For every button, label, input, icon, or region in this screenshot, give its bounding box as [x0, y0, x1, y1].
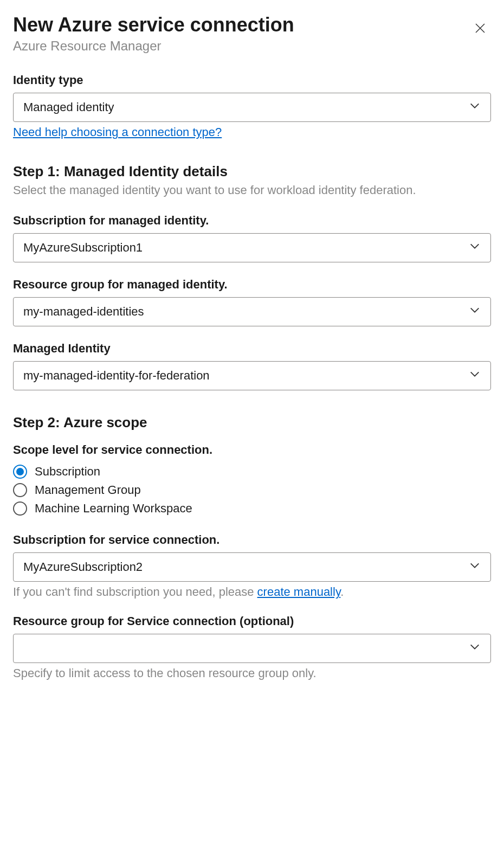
radio-label: Management Group	[35, 483, 141, 497]
chevron-down-icon	[469, 240, 481, 255]
panel-title: New Azure service connection	[13, 13, 469, 36]
header-text: New Azure service connection Azure Resou…	[13, 13, 469, 54]
close-button[interactable]	[469, 17, 491, 41]
hint-text-prefix: If you can't find subscription you need,…	[13, 585, 257, 599]
step1-managed-identity-label: Managed Identity	[13, 342, 491, 356]
radio-option-ml-workspace[interactable]: Machine Learning Workspace	[13, 499, 491, 518]
identity-type-value: Managed identity	[23, 100, 114, 114]
step1-resource-group-value: my-managed-identities	[23, 305, 144, 319]
radio-icon	[13, 501, 27, 516]
step1-resource-group-dropdown[interactable]: my-managed-identities	[13, 297, 491, 326]
chevron-down-icon	[469, 304, 481, 319]
step2-subscription-dropdown[interactable]: MyAzureSubscription2	[13, 552, 491, 582]
identity-type-dropdown[interactable]: Managed identity	[13, 93, 491, 122]
radio-label: Machine Learning Workspace	[35, 501, 192, 516]
step1-subscription-dropdown[interactable]: MyAzureSubscription1	[13, 233, 491, 262]
chevron-down-icon	[469, 559, 481, 575]
help-link[interactable]: Need help choosing a connection type?	[13, 125, 222, 139]
step2-resource-group-hint: Specify to limit access to the chosen re…	[13, 666, 491, 680]
chevron-down-icon	[469, 641, 481, 656]
scope-level-label: Scope level for service connection.	[13, 443, 491, 457]
step1-title: Step 1: Managed Identity details	[13, 163, 491, 180]
step1-resource-group-label: Resource group for managed identity.	[13, 278, 491, 292]
create-manually-link[interactable]: create manually	[257, 585, 341, 599]
step1-managed-identity-dropdown[interactable]: my-managed-identity-for-federation	[13, 361, 491, 390]
radio-icon	[13, 465, 27, 479]
scope-level-radio-group: Subscription Management Group Machine Le…	[13, 462, 491, 518]
step2-resource-group-label: Resource group for Service connection (o…	[13, 614, 491, 628]
radio-option-management-group[interactable]: Management Group	[13, 481, 491, 499]
step1-subscription-value: MyAzureSubscription1	[23, 241, 143, 255]
step2-subscription-label: Subscription for service connection.	[13, 533, 491, 547]
identity-type-label: Identity type	[13, 73, 491, 87]
hint-text-suffix: .	[340, 585, 344, 599]
step2-subscription-hint: If you can't find subscription you need,…	[13, 585, 491, 599]
close-icon	[474, 28, 487, 36]
radio-icon	[13, 483, 27, 497]
radio-option-subscription[interactable]: Subscription	[13, 462, 491, 481]
chevron-down-icon	[469, 100, 481, 115]
step2-resource-group-dropdown[interactable]	[13, 634, 491, 663]
step1-desc: Select the managed identity you want to …	[13, 182, 491, 198]
step1-managed-identity-value: my-managed-identity-for-federation	[23, 369, 210, 383]
step1-subscription-label: Subscription for managed identity.	[13, 214, 491, 228]
step2-title: Step 2: Azure scope	[13, 414, 491, 431]
panel-subtitle: Azure Resource Manager	[13, 38, 469, 54]
radio-label: Subscription	[35, 465, 100, 479]
step2-subscription-value: MyAzureSubscription2	[23, 560, 143, 574]
chevron-down-icon	[469, 368, 481, 383]
panel-header: New Azure service connection Azure Resou…	[13, 13, 491, 54]
